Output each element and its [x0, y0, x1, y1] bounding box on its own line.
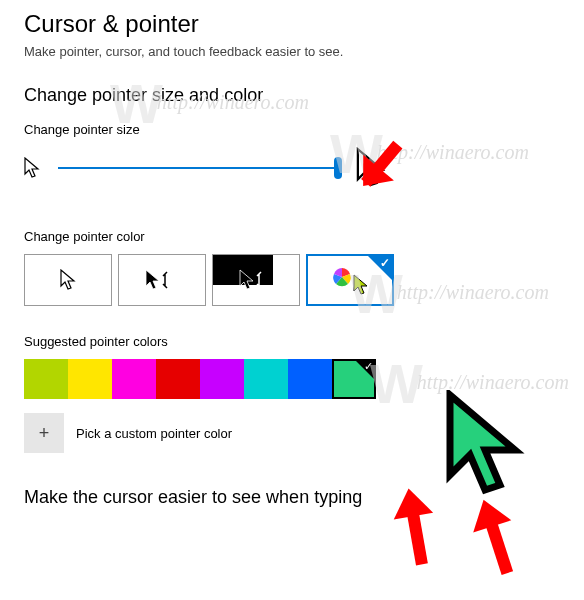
small-cursor-icon — [24, 157, 40, 179]
swatch-yellow[interactable] — [68, 359, 112, 399]
section-typing-heading: Make the cursor easier to see when typin… — [24, 487, 560, 508]
suggested-color-swatches: ✓ — [24, 359, 560, 399]
pointer-color-options — [24, 254, 560, 306]
pointer-color-black[interactable] — [118, 254, 206, 306]
swatch-blue[interactable] — [288, 359, 332, 399]
pointer-color-white[interactable] — [24, 254, 112, 306]
pick-custom-color-label: Pick a custom pointer color — [76, 426, 232, 441]
large-cursor-icon — [356, 147, 386, 189]
swatch-purple[interactable] — [200, 359, 244, 399]
page-description: Make pointer, cursor, and touch feedback… — [24, 44, 560, 59]
swatch-red[interactable] — [156, 359, 200, 399]
pointer-size-label: Change pointer size — [24, 122, 560, 137]
section-size-color-heading: Change pointer size and color — [24, 85, 560, 106]
slider-thumb[interactable] — [334, 157, 342, 179]
suggested-colors-label: Suggested pointer colors — [24, 334, 560, 349]
pointer-size-slider[interactable] — [58, 156, 338, 180]
check-icon — [368, 256, 392, 280]
page-title: Cursor & pointer — [24, 10, 560, 38]
swatch-cyan[interactable] — [244, 359, 288, 399]
pointer-color-custom[interactable] — [306, 254, 394, 306]
plus-icon: + — [39, 423, 50, 444]
swatch-green[interactable]: ✓ — [332, 359, 376, 399]
swatch-lime[interactable] — [24, 359, 68, 399]
pointer-color-inverted[interactable] — [212, 254, 300, 306]
pointer-color-label: Change pointer color — [24, 229, 560, 244]
pick-custom-color-button[interactable]: + — [24, 413, 64, 453]
swatch-magenta[interactable] — [112, 359, 156, 399]
